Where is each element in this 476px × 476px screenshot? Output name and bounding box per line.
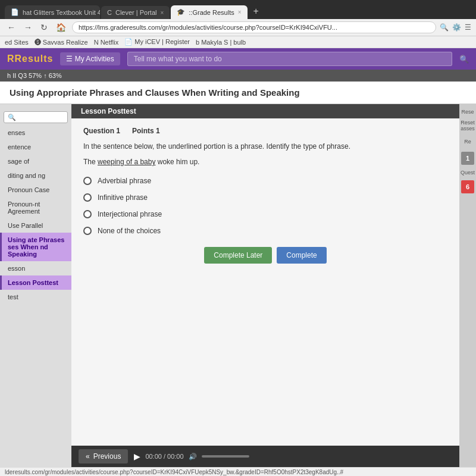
bookmark-edsites[interactable]: ed Sites	[5, 39, 29, 46]
address-text: https://lms.graderesults.com/gr/modules/…	[79, 24, 337, 31]
audio-progress-bar[interactable]	[202, 455, 249, 458]
search-icon: 🔍	[440, 23, 449, 32]
main-layout: enses entence sage of diting and ng Pron…	[0, 104, 476, 467]
bulb-icon: b	[196, 39, 199, 46]
settings-icon: ⚙️	[452, 23, 461, 32]
option-infinitive[interactable]: Infinitive phrase	[83, 193, 447, 202]
radio-none[interactable]	[83, 227, 92, 235]
play-button[interactable]: ▶	[134, 452, 140, 461]
sidebar-label: Pronoun Case	[8, 186, 49, 193]
my-activities-button[interactable]: ☰ My Activities	[60, 52, 120, 65]
sidebar-item-pronoun-case[interactable]: Pronoun Case	[0, 183, 71, 197]
sidebar-item-entence[interactable]: entence	[0, 140, 71, 154]
sidebar-item-using-phrases[interactable]: Using ate Phrases ses When nd Speaking	[0, 233, 71, 261]
quest-label: Quest	[461, 170, 475, 176]
menu-icon: ☰	[465, 23, 471, 32]
back-button[interactable]: ←	[5, 21, 18, 33]
icev-icon: 📄	[124, 38, 133, 45]
tab-favicon: C	[107, 9, 112, 16]
question-badge-1[interactable]: 1	[461, 152, 474, 165]
volume-icon: 🔊	[189, 453, 197, 461]
sidebar-search-input[interactable]	[4, 111, 68, 123]
question-number: Question 1	[83, 127, 120, 135]
address-bar[interactable]: https://lms.graderesults.com/gr/modules/…	[72, 21, 436, 33]
sidebar-label: sage of	[8, 158, 29, 165]
previous-button[interactable]: « Previous	[79, 449, 128, 464]
savvas-icon: 🅢	[35, 39, 41, 46]
time-display: 00:00 / 00:00	[145, 453, 183, 460]
reset-assess-label: Reset asses	[459, 120, 476, 131]
new-tab-button[interactable]: +	[249, 4, 264, 19]
activities-icon: ☰	[66, 55, 73, 63]
home-button[interactable]: 🏠	[54, 21, 68, 33]
content-area: Lesson Posttest Question 1 Points 1 In t…	[71, 104, 459, 467]
question-header: Question 1 Points 1	[83, 127, 447, 135]
complete-button[interactable]: Complete	[277, 247, 326, 264]
sidebar-item-enses[interactable]: enses	[0, 126, 71, 140]
sidebar-search-container[interactable]	[0, 109, 71, 126]
subnav-text: h II Q3 57% ↑ 63%	[7, 72, 62, 79]
app-logo: RResults	[7, 54, 53, 64]
bookmark-icev[interactable]: 📄 My iCEV | Register	[124, 38, 190, 46]
tab-close-btn[interactable]: ×	[238, 9, 242, 15]
sidebar: enses entence sage of diting and ng Pron…	[0, 104, 71, 467]
complete-later-button[interactable]: Complete Later	[204, 247, 272, 264]
app-wrapper: RResults ☰ My Activities 🔍 h II Q3 57% ↑…	[0, 48, 476, 467]
sidebar-label: Using ate Phrases ses When nd Speaking	[8, 236, 64, 258]
radio-interjectional[interactable]	[83, 210, 92, 218]
option-adverbial[interactable]: Adverbial phrase	[83, 177, 447, 185]
bookmarks-bar: ed Sites 🅢 Savvas Realize N Netflix 📄 My…	[0, 36, 476, 48]
radio-adverbial[interactable]	[83, 177, 92, 185]
question-badge-6[interactable]: 6	[461, 180, 474, 193]
sidebar-item-pronoun-agreement[interactable]: Pronoun-nt Agreement	[0, 197, 71, 218]
tab-graderesults[interactable]: 🎓 ::Grade Results ×	[171, 5, 247, 19]
tab-favicon: 📄	[11, 8, 19, 16]
status-url-text: lderesults.com/gr/modules/activities/cou…	[5, 469, 343, 475]
option-label: Adverbial phrase	[98, 177, 151, 185]
browser-nav-bar: ← → ↻ 🏠 https://lms.graderesults.com/gr/…	[0, 19, 476, 36]
option-label: Interjectional phrase	[98, 210, 162, 218]
tab-bar: 📄 hat Glitters Textbook Unit 4 × C Cleve…	[5, 4, 471, 19]
sidebar-label: Lesson Posttest	[8, 279, 58, 286]
tab-close-btn[interactable]: ×	[160, 10, 164, 16]
question-text: In the sentence below, the underlined po…	[83, 141, 447, 152]
browser-chrome: 📄 hat Glitters Textbook Unit 4 × C Cleve…	[0, 0, 476, 19]
sidebar-label: Use Parallel	[8, 222, 43, 229]
radio-infinitive[interactable]	[83, 193, 92, 202]
right-panel: Rese Reset asses Re 1 Quest 6	[459, 104, 476, 467]
tab-textbook[interactable]: 📄 hat Glitters Textbook Unit 4 ×	[5, 5, 100, 19]
logo-r-icon: R	[7, 54, 15, 64]
tab-label: ::Grade Results	[189, 9, 234, 16]
sentence-suffix: woke him up.	[155, 158, 199, 166]
top-search-input[interactable]	[127, 52, 452, 66]
sidebar-item-lesson[interactable]: esson	[0, 261, 71, 275]
forward-button[interactable]: →	[21, 21, 35, 33]
tab-label: Clever | Portal	[115, 9, 157, 16]
bookmark-makyla[interactable]: b Makyla S | bulb	[196, 39, 246, 46]
question-area: Question 1 Points 1 In the sentence belo…	[71, 118, 459, 446]
sidebar-item-editing[interactable]: diting and ng	[0, 168, 71, 183]
sidebar-label: esson	[8, 265, 25, 272]
option-none[interactable]: None of the choices	[83, 227, 447, 235]
sidebar-item-sage[interactable]: sage of	[0, 154, 71, 168]
reload-button[interactable]: ↻	[38, 21, 50, 33]
my-activities-label: My Activities	[75, 55, 114, 63]
tab-label: hat Glitters Textbook Unit 4	[23, 9, 100, 16]
bookmark-netflix[interactable]: N Netflix	[94, 39, 119, 46]
sidebar-label: test	[8, 293, 18, 300]
sentence-example: The weeping of a baby woke him up.	[83, 158, 447, 166]
chevron-left-icon: «	[86, 452, 90, 461]
sidebar-label: enses	[8, 129, 25, 136]
option-interjectional[interactable]: Interjectional phrase	[83, 210, 447, 218]
bookmark-savvas[interactable]: 🅢 Savvas Realize	[35, 39, 88, 46]
sidebar-item-test[interactable]: test	[0, 290, 71, 304]
answer-options: Adverbial phrase Infinitive phrase Inter…	[83, 177, 447, 235]
app-topbar: RResults ☰ My Activities 🔍	[0, 48, 476, 70]
status-bar: lderesults.com/gr/modules/activities/cou…	[0, 467, 476, 476]
sentence-underlined: weeping of a baby	[98, 158, 155, 166]
sidebar-item-lesson-posttest[interactable]: Lesson Posttest	[0, 275, 71, 290]
search-icon: 🔍	[459, 55, 469, 64]
sidebar-item-parallel[interactable]: Use Parallel	[0, 218, 71, 233]
tab-clever[interactable]: C Clever | Portal ×	[101, 6, 170, 19]
app-subnav: h II Q3 57% ↑ 63%	[0, 70, 476, 82]
